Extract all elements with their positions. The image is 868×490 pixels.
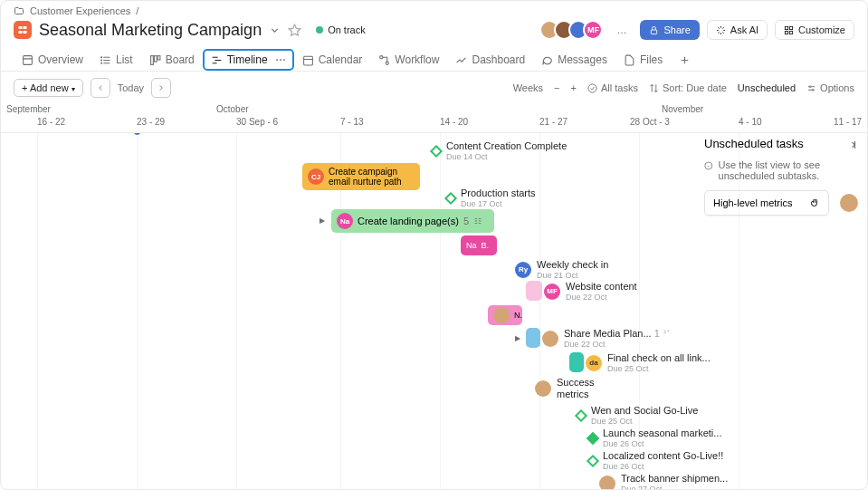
- task-bar[interactable]: CJ Create campaign email nurture path: [302, 163, 420, 190]
- milestone-icon: [444, 192, 457, 205]
- project-title: Seasonal Marketing Campaign: [39, 21, 262, 40]
- task-bar[interactable]: [526, 281, 542, 301]
- task-row[interactable]: MF Website contentDue 22 Oct: [544, 281, 637, 302]
- task-milestone[interactable]: Content Creation CompleteDue 14 Oct: [432, 140, 567, 161]
- milestone-icon: [587, 455, 599, 467]
- avatar-chip: Na: [337, 213, 353, 229]
- avatar[interactable]: [840, 194, 858, 212]
- unscheduled-task[interactable]: High-level metrics: [704, 190, 829, 216]
- milestone-icon: [587, 432, 599, 445]
- chevron-down-icon[interactable]: [269, 24, 281, 36]
- add-new-button[interactable]: + Add new ▾: [14, 79, 83, 97]
- task-milestone[interactable]: Localized content Go-Live!!Due 26 Oct: [588, 450, 723, 471]
- share-button[interactable]: Share: [640, 20, 699, 40]
- more-menu[interactable]: …: [610, 20, 633, 40]
- star-icon[interactable]: [288, 24, 301, 37]
- svg-rect-3: [24, 31, 27, 34]
- collapse-icon[interactable]: [845, 139, 858, 151]
- week-label: 16 - 22: [37, 117, 65, 127]
- expand-caret[interactable]: ▶: [320, 216, 325, 225]
- task-bar[interactable]: N.: [488, 305, 522, 325]
- task-row[interactable]: da Final check on all link...Due 25 Oct: [586, 352, 711, 373]
- svg-rect-10: [24, 55, 33, 64]
- svg-rect-8: [785, 31, 787, 34]
- today-button[interactable]: Today: [118, 82, 144, 93]
- task-row[interactable]: Share Media Plan... 1 Due 22 Oct: [542, 328, 671, 349]
- task-bar[interactable]: Na B.: [461, 235, 497, 255]
- svg-point-15: [101, 56, 102, 57]
- svg-rect-0: [19, 26, 23, 29]
- task-row[interactable]: Ry Weekly check inDue 21 Oct: [515, 259, 608, 280]
- avatar-chip: [599, 476, 615, 490]
- svg-rect-24: [303, 56, 312, 65]
- ask-ai-button[interactable]: Ask AI: [707, 20, 768, 40]
- avatar-chip: MF: [544, 283, 560, 300]
- week-label: 21 - 27: [539, 117, 568, 127]
- tab-messages[interactable]: Messages: [533, 49, 615, 71]
- list-icon: [100, 54, 111, 66]
- task-row[interactable]: Success metrics: [535, 377, 602, 400]
- breadcrumb-parent[interactable]: Customer Experiences: [30, 5, 130, 16]
- month-label: November: [662, 104, 703, 114]
- breadcrumb[interactable]: Customer Experiences /: [1, 1, 867, 16]
- svg-rect-19: [154, 55, 157, 62]
- dashboard-icon: [455, 54, 467, 66]
- svg-marker-4: [289, 24, 300, 35]
- sort-button[interactable]: Sort: Due date: [649, 82, 727, 93]
- tab-calendar[interactable]: Calendar: [294, 49, 371, 71]
- avatar-chip: [542, 331, 558, 347]
- more-icon[interactable]: ⋯: [275, 53, 286, 66]
- zoom-label: Weeks: [513, 82, 543, 93]
- milestone-icon: [575, 409, 587, 422]
- task-bar[interactable]: Na Create landing page(s) 5: [331, 209, 494, 233]
- expand-caret[interactable]: ▶: [515, 334, 520, 342]
- status-dot: [316, 26, 323, 34]
- svg-rect-9: [789, 31, 792, 34]
- task-milestone[interactable]: Wen and Social Go-LiveDue 25 Oct: [577, 405, 698, 426]
- svg-point-17: [101, 62, 102, 63]
- grab-icon: [809, 197, 820, 208]
- tab-overview[interactable]: Overview: [14, 49, 91, 71]
- week-label: 30 Sep - 6: [236, 117, 278, 127]
- add-tab-button[interactable]: [671, 49, 699, 71]
- tab-files[interactable]: Files: [615, 49, 671, 71]
- milestone-icon: [430, 145, 443, 158]
- svg-rect-18: [150, 55, 153, 64]
- subtask-icon: [663, 329, 671, 337]
- timeline-toolbar: + Add new ▾ Today Weeks − + All tasks So…: [1, 72, 867, 104]
- task-bar[interactable]: [526, 328, 540, 348]
- svg-rect-1: [24, 26, 27, 29]
- zoom-out-button[interactable]: −: [554, 82, 559, 93]
- panel-tip: Use the list view to see unscheduled sub…: [704, 159, 858, 181]
- svg-point-33: [809, 85, 811, 87]
- next-button[interactable]: [151, 78, 171, 98]
- tab-dashboard[interactable]: Dashboard: [447, 49, 533, 71]
- header: Seasonal Marketing Campaign On track MF …: [1, 16, 867, 43]
- task-bar[interactable]: [569, 352, 584, 372]
- filter-tasks[interactable]: All tasks: [587, 82, 638, 93]
- svg-rect-6: [785, 26, 787, 29]
- tab-list[interactable]: List: [91, 49, 141, 71]
- options-button[interactable]: Options: [806, 82, 854, 93]
- unscheduled-toggle[interactable]: Unscheduled: [738, 82, 796, 93]
- timeline-icon: [211, 54, 223, 66]
- zoom-in-button[interactable]: +: [571, 82, 577, 93]
- svg-point-26: [380, 55, 383, 58]
- info-icon: [704, 159, 713, 172]
- sparkle-icon: [716, 25, 726, 35]
- customize-button[interactable]: Customize: [775, 20, 854, 40]
- member-avatars[interactable]: MF: [545, 20, 603, 40]
- avatar-chip: da: [586, 355, 602, 371]
- tab-board[interactable]: Board: [141, 49, 203, 71]
- timeline-header: September October November 16 - 22 23 - …: [1, 104, 867, 133]
- avatar-chip: CJ: [308, 168, 324, 185]
- task-milestone[interactable]: Production startsDue 17 Oct: [446, 187, 536, 208]
- prev-button[interactable]: [91, 78, 110, 98]
- avatar-chip: [493, 307, 510, 323]
- avatar[interactable]: MF: [583, 20, 603, 40]
- tab-timeline[interactable]: Timeline⋯: [203, 49, 294, 71]
- task-row[interactable]: Track banner shipmen...Due 27 Oct: [599, 473, 728, 490]
- status-badge[interactable]: On track: [316, 24, 366, 35]
- task-milestone[interactable]: Launch seasonal marketi...Due 26 Oct: [588, 428, 721, 448]
- tab-workflow[interactable]: Workflow: [370, 49, 447, 71]
